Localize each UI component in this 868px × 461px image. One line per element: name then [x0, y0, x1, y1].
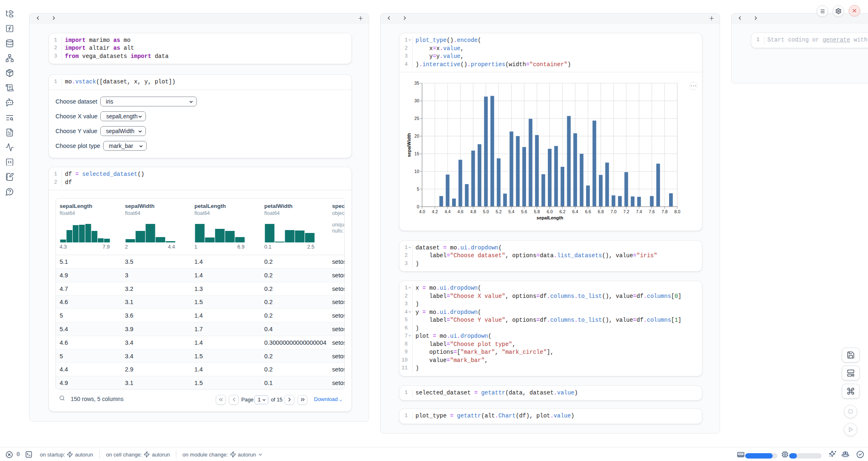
svg-text:6.6: 6.6 [585, 209, 591, 214]
svg-text:15: 15 [414, 151, 419, 156]
svg-text:5: 5 [417, 187, 419, 191]
svg-text:10: 10 [414, 169, 419, 174]
svg-text:7.2: 7.2 [623, 209, 629, 214]
svg-text:0: 0 [417, 204, 419, 209]
svg-text:5.6: 5.6 [521, 209, 527, 214]
svg-text:35: 35 [414, 81, 419, 85]
svg-text:6.8: 6.8 [598, 209, 604, 214]
svg-text:7.8: 7.8 [662, 209, 668, 214]
svg-text:25: 25 [414, 116, 419, 121]
svg-text:7.4: 7.4 [636, 209, 642, 214]
svg-text:8.0: 8.0 [674, 209, 681, 214]
svg-text:4.6: 4.6 [457, 209, 464, 214]
svg-text:4.8: 4.8 [470, 209, 476, 214]
svg-text:6.2: 6.2 [559, 209, 566, 214]
svg-text:5.4: 5.4 [508, 209, 515, 214]
svg-text:4.0: 4.0 [419, 209, 425, 214]
svg-text:5.0: 5.0 [483, 209, 489, 214]
svg-text:7.6: 7.6 [649, 209, 655, 214]
svg-text:5.2: 5.2 [496, 209, 502, 214]
svg-text:6.0: 6.0 [547, 209, 553, 214]
svg-text:20: 20 [414, 134, 419, 138]
svg-text:5.8: 5.8 [534, 209, 540, 214]
svg-text:6.4: 6.4 [572, 209, 578, 214]
svg-text:sepalWidth: sepalWidth [406, 133, 411, 157]
svg-text:sepalLength: sepalLength [537, 215, 563, 220]
svg-text:7.0: 7.0 [610, 209, 616, 214]
svg-text:4.2: 4.2 [432, 209, 438, 214]
svg-text:30: 30 [414, 98, 419, 103]
svg-text:4.4: 4.4 [445, 209, 451, 214]
